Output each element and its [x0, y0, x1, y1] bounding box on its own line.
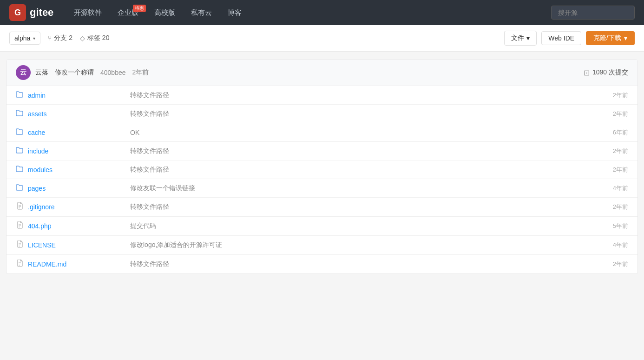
file-name-link[interactable]: cache: [28, 129, 121, 136]
file-time: 6年前: [591, 128, 628, 137]
file-name-link[interactable]: README.md: [28, 260, 121, 268]
file-time: 2年前: [591, 91, 628, 100]
file-name-link[interactable]: include: [28, 147, 121, 155]
file-commit-message: 提交代码: [130, 222, 591, 230]
folder-icon: [16, 128, 23, 137]
table-row: 404.php提交代码5年前: [7, 217, 637, 236]
file-time: 4年前: [591, 241, 628, 249]
gitee-logo-icon: G: [9, 4, 26, 21]
file-commit-message: 修改logo,添加适合的开源许可证: [130, 241, 591, 249]
branch-name: alpha: [14, 34, 30, 42]
commit-hash: 400bbee: [100, 69, 126, 76]
branch-icon: ⑂: [48, 34, 52, 42]
table-row: admin转移文件路径2年前: [7, 86, 637, 105]
file-name-link[interactable]: .gitignore: [28, 203, 121, 211]
folder-icon: [16, 109, 23, 118]
file-commit-message: 转移文件路径: [130, 166, 591, 174]
nav-link[interactable]: 开源软件: [67, 6, 108, 20]
commit-message: 修改一个称谓: [55, 68, 94, 77]
gitee-logo-text: gitee: [30, 7, 53, 19]
tag-icon: ◇: [80, 34, 85, 42]
file-commit-message: 转移文件路径: [130, 91, 591, 100]
table-row: assets转移文件路径2年前: [7, 105, 637, 123]
folder-icon: [16, 165, 23, 174]
file-icon: [16, 221, 23, 231]
file-time: 5年前: [591, 222, 628, 230]
file-icon: [16, 202, 23, 212]
folder-icon: [16, 91, 23, 100]
file-icon: [16, 240, 23, 250]
table-row: modules转移文件路径2年前: [7, 160, 637, 179]
branches-meta: ⑂ 分支 2: [48, 34, 72, 42]
file-commit-message: 转移文件路径: [130, 203, 591, 211]
file-name-link[interactable]: 404.php: [28, 222, 121, 230]
table-row: cacheOK6年前: [7, 123, 637, 142]
brand-link[interactable]: G gitee: [9, 4, 53, 21]
file-icon: [16, 260, 23, 269]
file-commit-message: 转移文件路径: [130, 110, 591, 118]
file-name-link[interactable]: assets: [28, 110, 121, 118]
search-input[interactable]: [551, 6, 635, 20]
table-row: README.md转移文件路径2年前: [7, 255, 637, 273]
file-commit-message: 转移文件路径: [130, 147, 591, 155]
file-chevron-icon: ▾: [526, 34, 530, 42]
table-row: pages修改友联一个错误链接4年前: [7, 179, 637, 198]
commit-time: 2年前: [132, 68, 149, 77]
branches-label: 分支 2: [54, 34, 72, 42]
file-name-link[interactable]: admin: [28, 92, 121, 99]
folder-icon: [16, 184, 23, 193]
nav-badge: 特惠: [133, 5, 146, 12]
file-time: 4年前: [591, 184, 628, 193]
nav-link[interactable]: 私有云: [184, 6, 218, 20]
repo-content: 云 云落 修改一个称谓 400bbee 2年前 ⊡ 1090 次提交 admin…: [6, 59, 638, 274]
file-button-label: 文件: [511, 34, 524, 42]
file-time: 2年前: [591, 260, 628, 268]
repo-toolbar: alpha ▾ ⑂ 分支 2 ◇ 标签 20 文件 ▾ Web IDE 克隆/下…: [0, 25, 644, 52]
folder-icon: [16, 147, 23, 155]
file-commit-message: 转移文件路径: [130, 260, 591, 268]
file-button[interactable]: 文件 ▾: [504, 31, 537, 46]
clone-button[interactable]: 克隆/下载 ▾: [586, 31, 635, 45]
file-name-link[interactable]: modules: [28, 166, 121, 173]
tags-meta: ◇ 标签 20: [80, 34, 109, 42]
file-time: 2年前: [591, 166, 628, 174]
chevron-down-icon: ▾: [33, 36, 35, 41]
nav-link[interactable]: 高校版: [148, 6, 182, 20]
toolbar-actions: 文件 ▾ Web IDE 克隆/下载 ▾: [504, 31, 635, 46]
file-name-link[interactable]: LICENSE: [28, 241, 121, 249]
commit-count: ⊡ 1090 次提交: [584, 68, 628, 77]
file-commit-message: 修改友联一个错误链接: [130, 184, 591, 193]
navbar: G gitee 开源软件企业版特惠高校版私有云博客: [0, 0, 644, 25]
commit-count-icon: ⊡: [584, 68, 590, 77]
file-list: admin转移文件路径2年前assets转移文件路径2年前cacheOK6年前i…: [7, 86, 637, 273]
table-row: include转移文件路径2年前: [7, 142, 637, 160]
tags-label: 标签 20: [87, 34, 109, 42]
avatar: 云: [16, 65, 31, 80]
branch-selector[interactable]: alpha ▾: [9, 32, 40, 45]
table-row: LICENSE修改logo,添加适合的开源许可证4年前: [7, 236, 637, 255]
table-row: .gitignore转移文件路径2年前: [7, 198, 637, 217]
file-name-link[interactable]: pages: [28, 185, 121, 192]
nav-link[interactable]: 博客: [221, 6, 248, 20]
nav-links: 开源软件企业版特惠高校版私有云博客: [67, 6, 537, 20]
file-commit-message: OK: [130, 129, 591, 136]
commit-count-label: 1090 次提交: [592, 68, 628, 77]
commit-bar: 云 云落 修改一个称谓 400bbee 2年前 ⊡ 1090 次提交: [7, 60, 637, 86]
file-time: 2年前: [591, 147, 628, 155]
webide-button[interactable]: Web IDE: [541, 31, 581, 45]
commit-author: 云落: [35, 68, 48, 77]
clone-chevron-icon: ▾: [624, 34, 627, 42]
file-time: 2年前: [591, 110, 628, 118]
file-time: 2年前: [591, 203, 628, 211]
nav-link[interactable]: 企业版特惠: [111, 6, 145, 20]
